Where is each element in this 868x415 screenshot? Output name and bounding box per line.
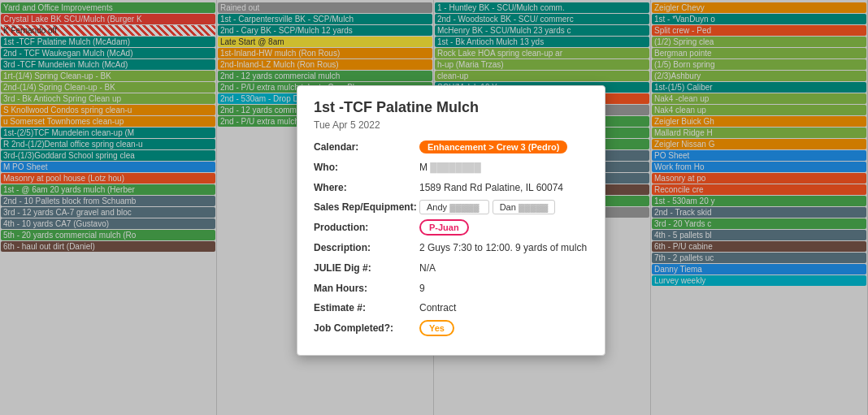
popup-date: Tue Apr 5 2022 — [314, 119, 588, 131]
jobcompleted-badge[interactable]: Yes — [419, 320, 454, 336]
sales-name2-more: ▓▓▓▓▓ — [519, 203, 548, 212]
sales-name2-text: Dan — [500, 202, 516, 212]
popup-calendar-value: Enhancement > Crew 3 (Pedro) — [419, 140, 588, 154]
popup-production-value: P-Juan — [419, 221, 588, 235]
popup-description-value: 2 Guys 7:30 to 12:00. 9 yards of mulch — [419, 241, 588, 255]
popup-estimate-label: Estimate #: — [314, 301, 419, 315]
popup-where-value: 1589 Rand Rd Palatine, IL 60074 — [419, 181, 588, 195]
event-popup: 1st -TCF Palatine Mulch Tue Apr 5 2022 C… — [297, 85, 605, 356]
popup-title: 1st -TCF Palatine Mulch — [314, 99, 588, 116]
popup-julie-value: N/A — [419, 262, 588, 275]
popup-sales-row: Sales Rep/Equipment: Andy ▓▓▓▓▓ Dan ▓▓▓▓… — [314, 201, 588, 214]
popup-jobcompleted-row: Job Completed?: Yes — [314, 322, 588, 335]
popup-production-row: Production: P-Juan — [314, 221, 588, 235]
popup-jobcompleted-value: Yes — [419, 322, 588, 335]
popup-who-value: M ████████ — [419, 161, 588, 175]
popup-description-label: Description: — [314, 241, 419, 255]
popup-who-label: Who: — [314, 161, 419, 175]
popup-estimate-row: Estimate #: Contract — [314, 301, 588, 315]
popup-production-label: Production: — [314, 221, 419, 235]
popup-jobcompleted-label: Job Completed?: — [314, 322, 419, 335]
popup-manhours-row: Man Hours: 9 — [314, 282, 588, 296]
sales-name2-badge[interactable]: Dan ▓▓▓▓▓ — [493, 200, 556, 214]
popup-who-row: Who: M ████████ — [314, 161, 588, 175]
sales-name1-more: ▓▓▓▓▓ — [449, 203, 479, 212]
popup-manhours-label: Man Hours: — [314, 282, 419, 296]
calendar-badge: Enhancement > Crew 3 (Pedro) — [419, 140, 567, 153]
popup-where-label: Where: — [314, 181, 419, 195]
popup-estimate-value: Contract — [419, 301, 588, 315]
popup-calendar-row: Calendar: Enhancement > Crew 3 (Pedro) — [314, 140, 588, 154]
production-badge[interactable]: P-Juan — [419, 219, 469, 236]
popup-calendar-label: Calendar: — [314, 140, 419, 154]
who-value-text: M — [419, 162, 427, 173]
sales-name1-badge[interactable]: Andy ▓▓▓▓▓ — [419, 200, 489, 214]
popup-julie-row: JULIE Dig #: N/A — [314, 262, 588, 275]
popup-description-row: Description: 2 Guys 7:30 to 12:00. 9 yar… — [314, 241, 588, 255]
popup-sales-label: Sales Rep/Equipment: — [314, 201, 419, 214]
popup-where-row: Where: 1589 Rand Rd Palatine, IL 60074 — [314, 181, 588, 195]
sales-name1-text: Andy — [427, 202, 447, 212]
popup-julie-label: JULIE Dig #: — [314, 262, 419, 275]
popup-manhours-value: 9 — [419, 282, 588, 296]
who-redacted: ████████ — [430, 162, 480, 172]
popup-sales-value: Andy ▓▓▓▓▓ Dan ▓▓▓▓▓ — [419, 201, 588, 214]
